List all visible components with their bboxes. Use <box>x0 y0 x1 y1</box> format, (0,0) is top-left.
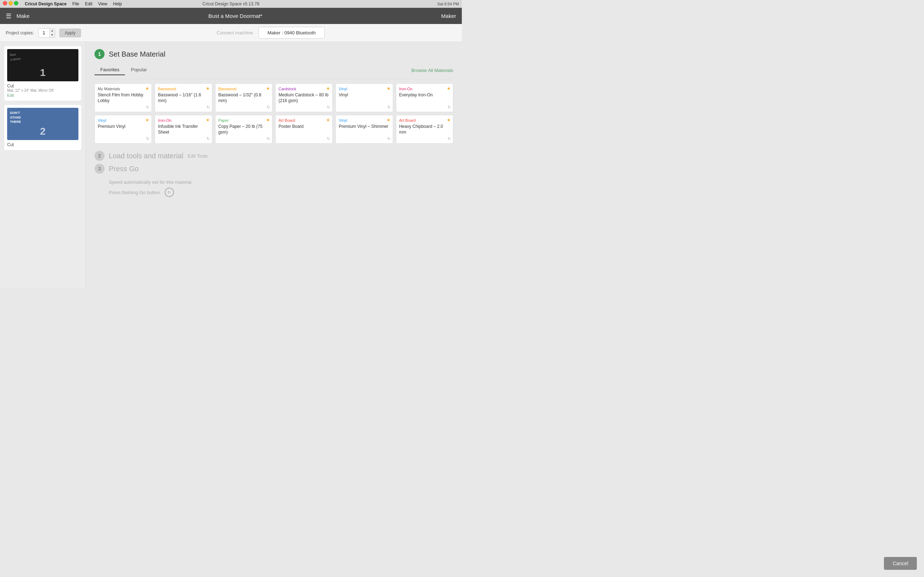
refresh-icon-3[interactable]: ↻ <box>327 105 330 110</box>
star-icon-0: ★ <box>145 86 149 91</box>
material-category-11: Art Board <box>399 118 450 122</box>
tab-favorites[interactable]: Favorites <box>95 65 125 75</box>
mac-menu-view[interactable]: View <box>95 2 110 6</box>
mac-menu-help[interactable]: Help <box>110 2 125 6</box>
material-card-11[interactable]: Art Board Heavy Chipboard – 2.0 mm ★ ↻ <box>396 115 453 143</box>
material-card-4[interactable]: Vinyl Vinyl ★ ↻ <box>336 84 393 112</box>
section-1-title: Set Base Material <box>109 50 166 58</box>
material-card-10[interactable]: Vinyl Premium Vinyl – Shimmer ★ ↻ <box>336 115 393 143</box>
mac-time: Sat 6:54 PM <box>437 2 459 6</box>
apply-button[interactable]: Apply <box>59 29 81 37</box>
section-1-header: 1 Set Base Material <box>95 49 453 59</box>
project-title: Bust a Move Doormat* <box>30 13 442 19</box>
section-1: 1 Set Base Material Favorites Popular Br… <box>95 49 453 143</box>
material-name-11: Heavy Chipboard – 2.0 mm <box>399 124 450 135</box>
material-category-10: Vinyl <box>339 118 389 122</box>
section-1-number: 1 <box>95 49 104 59</box>
material-category-3: Cardstock <box>278 87 329 91</box>
star-icon-10: ★ <box>387 118 390 122</box>
main-layout: busta move 1 Cut Mat, 12" x 24" Mat, Mir… <box>0 42 462 288</box>
connect-machine-label: Connect machine <box>217 30 253 35</box>
material-category-7: Iron-On <box>158 118 209 122</box>
mat-card-1[interactable]: busta move 1 Cut Mat, 12" x 24" Mat, Mir… <box>4 46 81 101</box>
material-card-0[interactable]: My Materials Stencil Film from Hobby Lob… <box>95 84 152 112</box>
browse-all-link[interactable]: Browse All Materials <box>411 66 453 75</box>
mat-card-2[interactable]: DON'TSTANDTHERE 2 Cut <box>4 105 81 150</box>
hamburger-menu-icon[interactable]: ☰ <box>6 12 11 20</box>
mat-cut-label-2: Cut <box>7 142 14 147</box>
star-icon-6: ★ <box>145 118 149 122</box>
copies-input[interactable] <box>39 31 50 35</box>
material-category-0: My Materials <box>98 87 149 91</box>
edit-tools-link[interactable]: Edit Tools <box>188 153 207 159</box>
materials-grid: My Materials Stencil Film from Hobby Lob… <box>95 84 453 143</box>
material-card-5[interactable]: Iron-On Everyday Iron-On ★ ↻ <box>396 84 453 112</box>
controls-bar: Project copies: ▲ ▼ Apply Connect machin… <box>0 24 462 42</box>
refresh-icon-9[interactable]: ↻ <box>327 137 330 141</box>
machine-button[interactable]: Maker : 0940 Bluetooth <box>259 27 325 39</box>
maximize-button[interactable] <box>14 1 18 5</box>
mat-cut-label-1: Cut <box>7 84 14 89</box>
project-copies-label: Project copies: <box>6 31 34 35</box>
material-category-1: Basswood <box>158 87 209 91</box>
copies-up-button[interactable]: ▲ <box>50 29 55 33</box>
material-card-3[interactable]: Cardstock Medium Cardstock – 80 lb (216 … <box>275 84 333 112</box>
go-button-icon[interactable]: ↻ <box>165 188 174 197</box>
refresh-icon-8[interactable]: ↻ <box>267 137 270 141</box>
refresh-icon-1[interactable]: ↻ <box>207 105 210 110</box>
material-card-1[interactable]: Basswood Basswood – 1/16" (1.6 mm) ★ ↻ <box>155 84 212 112</box>
maker-label: Maker <box>441 13 456 19</box>
section-3-header: 3 Press Go <box>95 164 453 174</box>
mat-size-label-1: Mat, 12" x 24" Mat, Mirror Off <box>7 89 79 92</box>
mat-preview-1: busta move 1 <box>7 49 79 81</box>
material-name-10: Premium Vinyl – Shimmer <box>339 124 389 130</box>
tab-popular[interactable]: Popular <box>125 65 153 75</box>
sidebar: busta move 1 Cut Mat, 12" x 24" Mat, Mir… <box>0 42 86 288</box>
refresh-icon-0[interactable]: ↻ <box>146 105 149 110</box>
refresh-icon-6[interactable]: ↻ <box>146 137 149 141</box>
press-go-area: Press flashing Go button. ↻ <box>109 188 453 197</box>
speed-auto-text: Speed automatically set for this materia… <box>109 179 453 185</box>
material-card-2[interactable]: Basswood Basswood – 1/32" (0.8 mm) ★ ↻ <box>215 84 272 112</box>
close-button[interactable] <box>3 1 7 5</box>
material-category-8: Paper <box>219 118 269 122</box>
material-category-9: Art Board <box>278 118 329 122</box>
star-icon-3: ★ <box>326 86 330 91</box>
refresh-icon-10[interactable]: ↻ <box>387 137 390 141</box>
refresh-icon-4[interactable]: ↻ <box>387 105 390 110</box>
copies-spinners: ▲ ▼ <box>50 29 55 37</box>
refresh-icon-5[interactable]: ↻ <box>447 105 451 110</box>
star-icon-11: ★ <box>447 118 451 122</box>
press-go-text: Press flashing Go button. <box>109 190 161 195</box>
material-category-2: Basswood <box>219 87 269 91</box>
material-card-8[interactable]: Paper Copy Paper – 20 lb (75 gsm) ★ ↻ <box>215 115 272 143</box>
refresh-icon-11[interactable]: ↻ <box>447 137 451 141</box>
mat-text-content: DON'TSTANDTHERE <box>10 111 21 124</box>
material-name-4: Vinyl <box>339 92 389 98</box>
connect-area: Connect machine Maker : 0940 Bluetooth <box>85 27 456 39</box>
mat-number-1: 1 <box>40 67 46 79</box>
material-name-8: Copy Paper – 20 lb (75 gsm) <box>219 124 269 135</box>
star-icon-9: ★ <box>326 118 330 122</box>
mac-menu-edit[interactable]: Edit <box>82 2 95 6</box>
section-2-number: 2 <box>95 151 104 161</box>
material-card-9[interactable]: Art Board Poster Board ★ ↻ <box>275 115 333 143</box>
material-tabs: Favorites Popular <box>95 65 411 75</box>
window-title: Cricut Design Space v5.13.78 <box>202 2 260 6</box>
content-area: 1 Set Base Material Favorites Popular Br… <box>86 42 462 288</box>
mat-edit-link-1[interactable]: Edit <box>7 93 14 97</box>
refresh-icon-2[interactable]: ↻ <box>267 105 270 110</box>
make-button[interactable]: Make <box>16 13 30 19</box>
material-name-6: Premium Vinyl <box>98 124 149 130</box>
minimize-button[interactable] <box>9 1 13 5</box>
star-icon-8: ★ <box>266 118 270 122</box>
copies-down-button[interactable]: ▼ <box>50 33 55 37</box>
mac-right-icons: Sat 6:54 PM <box>437 2 459 6</box>
section-3-content: Speed automatically set for this materia… <box>95 179 453 197</box>
refresh-icon-7[interactable]: ↻ <box>207 137 210 141</box>
material-card-6[interactable]: Vinyl Premium Vinyl ★ ↻ <box>95 115 152 143</box>
material-category-4: Vinyl <box>339 87 389 91</box>
mac-menu-file[interactable]: File <box>69 2 82 6</box>
material-category-5: Iron-On <box>399 87 450 91</box>
material-card-7[interactable]: Iron-On Infusible Ink Transfer Sheet ★ ↻ <box>155 115 212 143</box>
